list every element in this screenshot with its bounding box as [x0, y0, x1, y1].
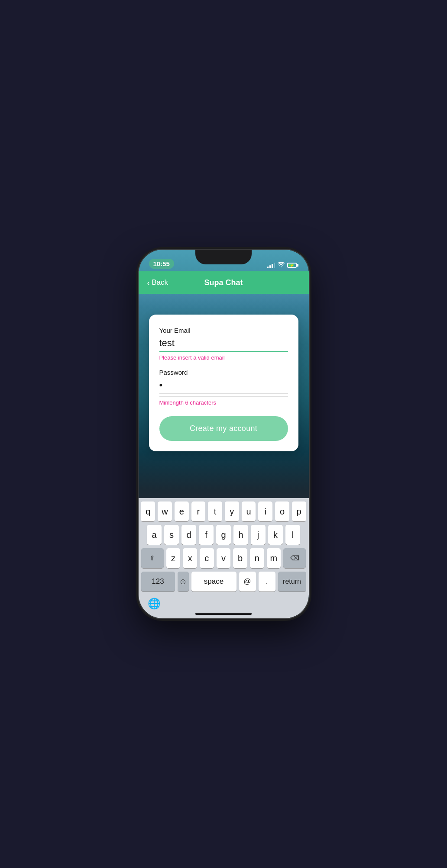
password-error: Minlength 6 characters [159, 399, 288, 406]
return-key[interactable]: return [278, 572, 306, 592]
notch [195, 250, 252, 264]
key-e[interactable]: e [175, 502, 189, 521]
key-a[interactable]: a [147, 525, 162, 545]
password-label: Password [159, 369, 288, 376]
key-x[interactable]: x [183, 548, 197, 568]
delete-key[interactable]: ⌫ [283, 548, 306, 568]
key-d[interactable]: d [181, 525, 196, 545]
key-c[interactable]: c [200, 548, 214, 568]
key-z[interactable]: z [166, 548, 181, 568]
key-q[interactable]: q [141, 502, 155, 521]
key-l[interactable]: l [285, 525, 300, 545]
period-key[interactable]: . [259, 572, 275, 592]
battery-icon: ⚡ [287, 263, 298, 268]
key-k[interactable]: k [268, 525, 283, 545]
password-input[interactable] [159, 379, 288, 394]
keyboard-rows: q w e r t y u i o p a s d f g [141, 502, 306, 592]
back-label: Back [152, 278, 168, 287]
key-n[interactable]: n [250, 548, 264, 568]
keyboard-row-4: 123 ☺ space @ . return [141, 572, 306, 592]
email-error: Please insert a valid email [159, 354, 288, 361]
key-j[interactable]: j [251, 525, 266, 545]
space-key[interactable]: space [191, 572, 236, 592]
keyboard-row-3: ⇧ z x c v b n m ⌫ [141, 548, 306, 568]
form-card: Your Email Please insert a valid email P… [149, 315, 298, 451]
status-right-icons: ⚡ [267, 262, 298, 269]
numbers-key[interactable]: 123 [141, 572, 175, 592]
phone-screen: 10:55 ⚡ [139, 250, 309, 618]
key-p[interactable]: p [292, 502, 306, 521]
status-time: 10:55 [149, 259, 174, 269]
key-f[interactable]: f [199, 525, 214, 545]
password-field-container [159, 379, 288, 397]
key-b[interactable]: b [233, 548, 247, 568]
key-r[interactable]: r [191, 502, 206, 521]
back-button[interactable]: ‹ Back [147, 278, 168, 288]
back-chevron-icon: ‹ [147, 278, 150, 288]
key-u[interactable]: u [242, 502, 256, 521]
nav-bar: ‹ Back Supa Chat [139, 271, 309, 294]
key-g[interactable]: g [216, 525, 231, 545]
keyboard-row-2: a s d f g h j k l [141, 525, 306, 545]
email-label: Your Email [159, 327, 288, 334]
key-m[interactable]: m [267, 548, 281, 568]
globe-icon[interactable]: 🌐 [145, 594, 164, 613]
create-account-button[interactable]: Create my account [159, 416, 288, 441]
keyboard-row-1: q w e r t y u i o p [141, 502, 306, 521]
at-key[interactable]: @ [239, 572, 256, 592]
key-o[interactable]: o [275, 502, 289, 521]
shift-key[interactable]: ⇧ [141, 548, 164, 568]
emoji-key[interactable]: ☺ [178, 572, 189, 592]
key-v[interactable]: v [217, 548, 231, 568]
keyboard: q w e r t y u i o p a s d f g [139, 498, 309, 618]
home-indicator [195, 613, 252, 615]
nav-title: Supa Chat [204, 278, 243, 287]
key-y[interactable]: y [225, 502, 239, 521]
key-i[interactable]: i [258, 502, 272, 521]
signal-icon [267, 262, 275, 268]
key-w[interactable]: w [158, 502, 172, 521]
email-input[interactable] [159, 338, 288, 352]
phone-device: 10:55 ⚡ [139, 250, 309, 618]
key-s[interactable]: s [164, 525, 179, 545]
wifi-icon [278, 262, 285, 269]
key-t[interactable]: t [208, 502, 222, 521]
key-h[interactable]: h [233, 525, 248, 545]
